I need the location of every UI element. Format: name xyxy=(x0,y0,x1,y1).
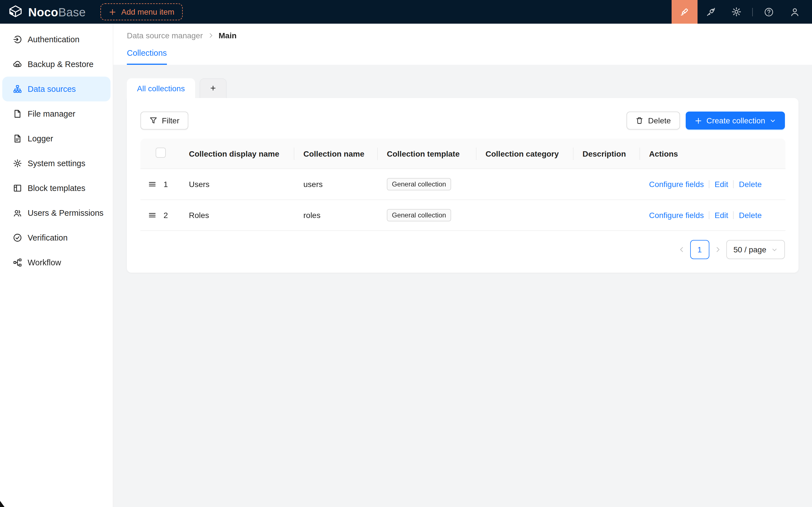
file-text-icon xyxy=(13,134,22,143)
create-collection-label: Create collection xyxy=(706,116,765,125)
action-divider xyxy=(733,180,734,188)
drag-handle-icon[interactable] xyxy=(148,180,156,188)
sidebar-item-label: Data sources xyxy=(28,84,76,94)
sidebar-item-label: Users & Permissions xyxy=(28,209,103,217)
table-toolbar: Filter Delete xyxy=(140,112,785,129)
delete-link[interactable]: Delete xyxy=(739,211,762,220)
login-icon xyxy=(13,35,22,44)
screen: NocoBase Add menu item xyxy=(0,0,812,507)
sidebar-item-label: System settings xyxy=(28,159,86,168)
cell-name: users xyxy=(294,169,378,200)
tab-collections[interactable]: Collections xyxy=(127,48,167,65)
sidebar-item-label: Logger xyxy=(28,134,53,143)
select-all-checkbox[interactable] xyxy=(156,148,166,158)
column-header-template: Collection template xyxy=(378,138,476,169)
sidebar-item-label: Authentication xyxy=(28,35,80,44)
toolbar-right: Delete Create collection xyxy=(627,112,785,129)
breadcrumb: Data source manager Main xyxy=(127,31,799,40)
highlighter-icon xyxy=(679,7,690,17)
sidebar-item-verification[interactable]: Verification xyxy=(2,225,110,250)
check-circle-icon xyxy=(13,233,22,242)
column-header-name: Collection name xyxy=(294,138,378,169)
filter-button-label: Filter xyxy=(162,116,179,125)
pagination: 1 50 / page xyxy=(140,240,785,259)
delete-button[interactable]: Delete xyxy=(627,112,680,129)
nocobase-logo-icon xyxy=(8,5,23,18)
ui-editor-button[interactable] xyxy=(672,0,698,24)
configure-fields-link[interactable]: Configure fields xyxy=(649,211,704,220)
table-row-users: 1 Users users General collection Configu… xyxy=(140,169,785,200)
column-header-category: Collection category xyxy=(476,138,573,169)
app-header: NocoBase Add menu item xyxy=(0,0,812,24)
sidebar-item-file-manager[interactable]: File manager xyxy=(2,101,110,126)
sidebar-item-system-settings[interactable]: System settings xyxy=(2,151,110,176)
table-header-row: Collection display name Collection name … xyxy=(140,138,785,169)
cell-description xyxy=(573,169,640,200)
edit-link[interactable]: Edit xyxy=(715,211,728,220)
drag-handle-icon[interactable] xyxy=(148,211,156,219)
content-area: All collections + Filter xyxy=(113,65,812,507)
sidebar-item-block-templates[interactable]: Block templates xyxy=(2,176,110,201)
sidebar-item-backup-restore[interactable]: Backup & Restore xyxy=(2,52,110,76)
add-menu-item-button[interactable]: Add menu item xyxy=(100,3,183,20)
tab-all-collections[interactable]: All collections xyxy=(127,78,195,98)
sidebar-item-users-permissions[interactable]: Users & Permissions xyxy=(2,201,110,225)
sidebar-item-logger[interactable]: Logger xyxy=(2,126,110,151)
collections-card: Filter Delete xyxy=(127,98,799,273)
breadcrumb-parent[interactable]: Data source manager xyxy=(127,31,203,40)
row-index: 1 xyxy=(163,180,168,189)
filter-funnel-icon xyxy=(149,117,157,124)
partition-icon xyxy=(13,258,22,267)
cell-description xyxy=(573,200,640,231)
help-button[interactable] xyxy=(756,0,781,24)
main-content: Data source manager Main Collections All… xyxy=(113,24,812,507)
user-menu-button[interactable] xyxy=(781,0,808,24)
plus-icon xyxy=(695,117,702,124)
add-menu-item-label: Add menu item xyxy=(121,7,174,16)
next-page-button[interactable] xyxy=(714,246,721,253)
layout-icon xyxy=(13,184,22,193)
app-title-bold: Noco xyxy=(28,6,58,18)
mouse-cursor xyxy=(0,501,4,507)
prev-page-button[interactable] xyxy=(678,246,685,253)
create-collection-button[interactable]: Create collection xyxy=(686,112,785,129)
action-divider xyxy=(709,211,710,219)
cell-category xyxy=(476,169,573,200)
team-icon xyxy=(13,209,22,217)
sidebar-item-label: Workflow xyxy=(28,258,61,267)
sidebar-item-workflow[interactable]: Workflow xyxy=(2,250,110,275)
configure-fields-link[interactable]: Configure fields xyxy=(649,180,704,189)
cell-display-name: Roles xyxy=(180,200,294,231)
delete-button-label: Delete xyxy=(648,116,671,125)
collection-tabs: All collections + xyxy=(127,78,799,98)
sidebar-item-label: Block templates xyxy=(28,184,86,193)
column-header-display-name: Collection display name xyxy=(180,138,294,169)
page-size-value: 50 / page xyxy=(733,245,766,254)
settings-center-button[interactable] xyxy=(723,0,749,24)
api-plug-icon xyxy=(706,7,715,17)
chevron-down-icon xyxy=(770,117,776,124)
action-divider xyxy=(733,211,734,219)
add-collection-tab-button[interactable]: + xyxy=(200,78,227,98)
table-row-roles: 2 Roles roles General collection Configu… xyxy=(140,200,785,231)
app-title-light: Base xyxy=(58,6,86,18)
sidebar-item-label: File manager xyxy=(28,109,75,118)
app-title: NocoBase xyxy=(28,6,86,18)
page-header-strip: Data source manager Main Collections xyxy=(113,24,812,65)
gear-icon xyxy=(731,7,742,17)
user-icon xyxy=(790,7,799,17)
breadcrumb-current: Main xyxy=(218,31,237,40)
page-size-select[interactable]: 50 / page xyxy=(726,240,785,259)
sidebar-item-authentication[interactable]: Authentication xyxy=(2,27,110,52)
plugin-manager-button[interactable] xyxy=(698,0,723,24)
file-icon xyxy=(13,109,22,118)
sidebar-item-label: Verification xyxy=(28,233,68,242)
row-index: 2 xyxy=(163,211,168,220)
page-1-button[interactable]: 1 xyxy=(690,240,709,259)
template-tag: General collection xyxy=(387,209,451,221)
delete-link[interactable]: Delete xyxy=(739,180,762,189)
edit-link[interactable]: Edit xyxy=(715,180,728,189)
column-header-description: Description xyxy=(573,138,640,169)
filter-button[interactable]: Filter xyxy=(140,112,188,129)
sidebar-item-data-sources[interactable]: Data sources xyxy=(2,76,110,101)
